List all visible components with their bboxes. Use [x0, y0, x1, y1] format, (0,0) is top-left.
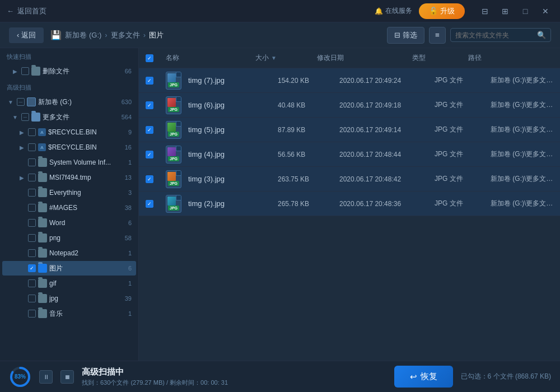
table-row[interactable]: JPG timg (2).jpg 265.78 KB 2020.06.17 20… — [139, 192, 560, 216]
jpg-preview-img-1 — [167, 98, 176, 107]
file-cb-box-3[interactable] — [146, 151, 153, 158]
layout-button[interactable]: ≡ — [429, 27, 446, 44]
delete-files-checkbox[interactable] — [21, 67, 29, 75]
sidebar-item-msi[interactable]: ▶ MSI7f494.tmp 13 — [2, 170, 136, 185]
msi-count: 13 — [125, 174, 132, 181]
jpg-file-icon-5: JPG — [166, 195, 181, 213]
online-service[interactable]: 🔔 在线服务 — [375, 6, 412, 16]
sysvolume-checkbox[interactable] — [28, 158, 36, 166]
jpg-preview-2 — [167, 123, 176, 132]
sidebar-item-gif[interactable]: gif 1 — [2, 276, 136, 291]
folder-icon — [31, 67, 40, 76]
notepad2-checkbox[interactable] — [28, 249, 36, 257]
sidebar-item-recycle2[interactable]: ▶ A $RECYCLE.BIN 16 — [2, 140, 136, 155]
root-checkbox[interactable] — [17, 98, 25, 106]
sidebar-item-delete-files[interactable]: ▶ 删除文件 66 — [2, 64, 136, 78]
gif-checkbox[interactable] — [28, 279, 36, 287]
file-path-3: 新加卷 (G:)\更多文件... — [491, 150, 558, 159]
sidebar-item-everything[interactable]: Everything 3 — [2, 185, 136, 200]
jpg-checkbox[interactable] — [28, 295, 36, 302]
png-checkbox[interactable] — [28, 234, 36, 242]
table-row[interactable]: JPG timg (6).jpg 40.48 KB 2020.06.17 20:… — [139, 93, 560, 118]
maximize-button[interactable]: □ — [517, 3, 533, 19]
file-checkbox-0[interactable] — [146, 77, 166, 85]
header-size-col[interactable]: 大小 ▼ — [255, 53, 317, 63]
sidebar-item-recycle1[interactable]: ▶ A $RECYCLE.BIN 9 — [2, 125, 136, 139]
file-path-0: 新加卷 (G:)\更多文件... — [491, 76, 558, 85]
filter-button[interactable]: ⊟ 筛选 — [387, 27, 424, 44]
sidebar-item-notepad2[interactable]: Notepad2 1 — [2, 246, 136, 260]
table-row[interactable]: JPG timg (7).jpg 154.20 KB 2020.06.17 20… — [139, 68, 560, 93]
select-all-checkbox[interactable] — [146, 54, 153, 62]
file-cb-box-5[interactable] — [146, 200, 153, 208]
jpg-file-icon-3: JPG — [166, 146, 181, 164]
back-home-button[interactable]: ← 返回首页 — [7, 6, 46, 16]
file-checkbox-5[interactable] — [146, 200, 166, 208]
file-cb-box-0[interactable] — [146, 77, 153, 85]
restore-window-button[interactable]: ⊞ — [497, 3, 513, 19]
pause-button[interactable]: ⏸ — [39, 370, 53, 384]
file-name-5: timg (2).jpg — [188, 199, 278, 208]
breadcrumb-drive[interactable]: 新加卷 (G:) — [65, 30, 101, 40]
restore-button[interactable]: ↩ 恢复 — [394, 366, 453, 388]
file-type-0: JPG 文件 — [435, 76, 491, 85]
arrow-left-icon: ← — [7, 7, 14, 15]
msi-label: MSI7f494.tmp — [49, 174, 123, 181]
minimize-button[interactable]: ⊟ — [477, 3, 493, 19]
everything-checkbox[interactable] — [28, 189, 36, 197]
sidebar-item-root[interactable]: ▼ 新加卷 (G:) 630 — [2, 95, 136, 109]
header-name-col[interactable]: 名称 — [166, 53, 255, 63]
notepad2-folder-icon — [38, 249, 47, 258]
filter-label: 筛选 — [403, 30, 417, 40]
jpg-preview-img-0 — [167, 73, 176, 82]
table-row[interactable]: JPG timg (5).jpg 87.89 KB 2020.06.17 20:… — [139, 118, 560, 142]
back-button[interactable]: ‹ 返回 — [9, 27, 44, 43]
file-checkbox-2[interactable] — [146, 126, 166, 134]
file-cb-box-1[interactable] — [146, 101, 153, 109]
file-date-3: 2020.06.17 20:48:44 — [339, 151, 435, 158]
breadcrumb-folder[interactable]: 更多文件 — [111, 30, 140, 40]
file-checkbox-4[interactable] — [146, 175, 166, 183]
music-checkbox[interactable] — [28, 310, 36, 318]
word-label: Word — [49, 219, 126, 227]
sidebar-item-pictures[interactable]: 图片 6 — [2, 261, 136, 276]
jpg-preview-5 — [167, 197, 176, 206]
word-checkbox[interactable] — [28, 219, 36, 227]
table-row[interactable]: JPG timg (4).jpg 56.56 KB 2020.06.17 20:… — [139, 142, 560, 167]
table-row[interactable]: JPG timg (3).jpg 263.75 KB 2020.06.17 20… — [139, 167, 560, 192]
more-files-checkbox[interactable] — [21, 113, 29, 121]
sidebar-item-jpg[interactable]: jpg 39 — [2, 291, 136, 306]
upgrade-icon: 🔓 — [429, 7, 438, 15]
scan-detail: 找到：630个文件 (279.27 MB) / 剩余时间：00: 00: 31 — [82, 379, 386, 387]
sidebar-item-more-files[interactable]: ▼ 更多文件 564 — [2, 110, 136, 124]
pictures-label: 图片 — [49, 264, 126, 273]
recycle2-checkbox[interactable] — [28, 143, 36, 151]
sidebar-item-word[interactable]: Word 6 — [2, 216, 136, 230]
file-checkbox-3[interactable] — [146, 151, 166, 158]
close-button[interactable]: ✕ — [538, 3, 553, 19]
upgrade-button[interactable]: 🔓 升级 — [419, 3, 465, 19]
mages-checkbox[interactable] — [28, 204, 36, 212]
msi-checkbox[interactable] — [28, 174, 36, 181]
sidebar-item-png[interactable]: png 58 — [2, 231, 136, 245]
pictures-checkbox[interactable] — [28, 264, 36, 272]
sidebar-item-music[interactable]: 音乐 1 — [2, 306, 136, 321]
search-input[interactable] — [455, 31, 534, 39]
header-path-col[interactable]: 路径 — [468, 53, 553, 63]
file-cb-box-2[interactable] — [146, 126, 153, 134]
file-cb-box-4[interactable] — [146, 175, 153, 183]
sidebar-item-sysvolume[interactable]: System Volume Inf... 1 — [2, 155, 136, 170]
file-path-5: 新加卷 (G:)\更多文件... — [491, 199, 558, 208]
header-type-col[interactable]: 类型 — [412, 53, 468, 63]
stop-button[interactable]: ⏹ — [60, 370, 74, 384]
file-icon-3: JPG — [166, 146, 184, 164]
file-checkbox-1[interactable] — [146, 101, 166, 109]
recycle1-checkbox[interactable] — [28, 128, 36, 136]
sidebar-item-mages[interactable]: #MAGES 38 — [2, 200, 136, 215]
everything-folder-icon — [38, 188, 47, 197]
file-date-5: 2020.06.17 20:48:36 — [339, 200, 435, 208]
file-path-4: 新加卷 (G:)\更多文件... — [491, 174, 558, 184]
search-icon: 🔍 — [537, 31, 546, 39]
header-date-col[interactable]: 修改日期 — [317, 53, 412, 63]
scan-info: 高级扫描中 找到：630个文件 (279.27 MB) / 剩余时间：00: 0… — [82, 367, 386, 387]
